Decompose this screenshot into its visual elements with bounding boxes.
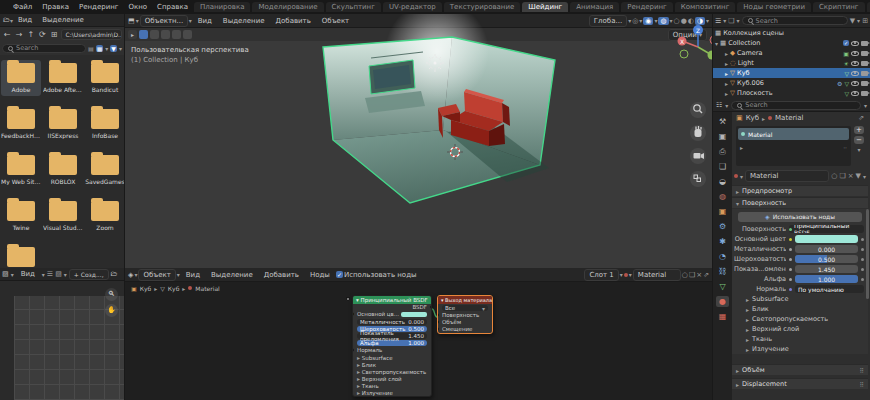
ie-menu-view[interactable]: Вид xyxy=(16,270,40,278)
alpha-slider[interactable]: 1.000 xyxy=(795,275,858,283)
tab-uv-editing[interactable]: UV-редактор xyxy=(383,2,442,12)
tab-output[interactable]: ⎙ xyxy=(716,146,729,157)
properties-scrollbar[interactable] xyxy=(866,209,869,299)
se-menu-node[interactable]: Ноды xyxy=(305,271,335,279)
tab-tool[interactable]: ⚒ xyxy=(716,116,729,127)
node-header[interactable]: ▾ Выход материала xyxy=(438,296,492,304)
normal-dropdown[interactable]: По умолчанию xyxy=(795,285,864,293)
new-folder-button[interactable]: ⊞ xyxy=(49,30,60,39)
socket-displacement[interactable] xyxy=(438,327,439,331)
folder-item[interactable]: ROBLOX xyxy=(43,155,83,185)
parent-button[interactable]: ↑ xyxy=(25,30,36,39)
tab-texture[interactable]: ▦ xyxy=(716,311,729,322)
tab-scripting[interactable]: Скриптинг xyxy=(813,2,865,12)
eye-icon[interactable] xyxy=(851,51,859,56)
socket-bsdf-out[interactable] xyxy=(430,305,431,309)
node-section[interactable]: ▸ Subsurface xyxy=(353,354,431,361)
node-material-output[interactable]: ▾ Выход материала Все▾ Поверхность Объём… xyxy=(437,295,493,334)
keyframe-dot[interactable] xyxy=(861,248,864,251)
editor-type-icon[interactable]: ☰ xyxy=(715,17,721,25)
folder-item[interactable]: Visual Studi... xyxy=(43,201,83,231)
fb-search-input[interactable]: Search xyxy=(2,44,86,53)
row-scene-collection[interactable]: ▦ Коллекция сцены xyxy=(713,28,870,38)
folder-item[interactable]: Adobe xyxy=(1,60,41,96)
render-visibility-icon[interactable] xyxy=(861,61,868,66)
section-transmission[interactable]: ▸Светопропускаемость xyxy=(732,314,868,324)
tab-view-layer[interactable]: ❏ xyxy=(716,161,729,172)
filter-icon[interactable]: ▼ xyxy=(856,172,861,180)
fb-menu-select[interactable]: Выделение xyxy=(37,16,89,24)
tab-layout[interactable]: Планировка xyxy=(194,2,251,12)
node-field-metallic[interactable]: Металличность0.000 xyxy=(357,319,427,325)
tab-object[interactable]: ▣ xyxy=(716,206,729,217)
base-color-swatch[interactable] xyxy=(795,235,858,243)
keyframe-dot[interactable] xyxy=(861,268,864,271)
node-section[interactable]: ▸ Блик xyxy=(353,361,431,368)
se-menu-view[interactable]: Вид xyxy=(181,271,205,279)
menu-render[interactable]: Рендеринг xyxy=(74,3,124,11)
editor-type-icon[interactable]: 🗁 xyxy=(3,16,10,24)
filter-funnel-icon[interactable]: ▼ xyxy=(110,45,117,52)
eye-icon[interactable] xyxy=(851,81,859,86)
metallic-slider[interactable]: 0.000 xyxy=(795,245,858,253)
add-slot-button[interactable]: + xyxy=(854,126,864,134)
row-collection[interactable]: ▾▦ Collection ✓ xyxy=(713,38,870,48)
tab-constraints[interactable]: ⛓ xyxy=(716,266,729,277)
section-specular[interactable]: ▸Блик xyxy=(732,304,868,314)
material-selector[interactable]: Material xyxy=(633,269,681,281)
tab-particles[interactable]: ✱ xyxy=(716,236,729,247)
display-mode-chevron[interactable]: ▾ xyxy=(105,45,108,52)
tab-modeling[interactable]: Моделирование xyxy=(252,2,323,12)
tab-scene[interactable]: ◒ xyxy=(716,176,729,187)
new-material-icon[interactable]: ❏ xyxy=(689,271,695,279)
zoom-button[interactable]: 🔍︎ xyxy=(105,288,118,301)
render-visibility-icon[interactable] xyxy=(861,81,868,86)
section-sheen[interactable]: ▸Ткань xyxy=(732,334,868,344)
panel-surface[interactable]: ▾Поверхность xyxy=(732,197,868,208)
node-header[interactable]: ▾ Принципиальный BSDF xyxy=(353,296,431,304)
eye-icon[interactable] xyxy=(851,41,859,46)
folder-item[interactable]: SavedGames xyxy=(85,155,125,185)
keyframe-dot[interactable] xyxy=(861,258,864,261)
output-target-dropdown[interactable]: Все▾ xyxy=(442,305,488,311)
back-button[interactable]: ← xyxy=(2,30,13,39)
display-grid-icon[interactable]: ▦ xyxy=(96,45,104,52)
render-visibility-icon[interactable] xyxy=(861,41,868,46)
collection-checkbox[interactable]: ✓ xyxy=(843,40,849,46)
tab-physics[interactable]: ◔ xyxy=(716,251,729,262)
tab-rendering[interactable]: Рендеринг xyxy=(621,2,673,12)
new-collection-icon[interactable]: ⊞ xyxy=(862,17,868,25)
pan-button[interactable]: ✋ xyxy=(105,304,118,317)
section-emission[interactable]: ▸Излучение xyxy=(732,344,868,354)
tab-render[interactable]: ▣ xyxy=(716,131,729,142)
folder-item[interactable]: Adobe After ... xyxy=(43,63,83,93)
folder-item[interactable]: Zoom xyxy=(85,201,125,231)
section-subsurface[interactable]: ▸Subsurface xyxy=(732,294,868,304)
render-visibility-icon[interactable] xyxy=(861,51,868,56)
duplicate-icon[interactable]: ❏ xyxy=(839,172,845,180)
node-section[interactable]: ▸ Верхний слой xyxy=(353,375,431,382)
tab-world[interactable]: ◍ xyxy=(716,191,729,202)
editor-type-icon[interactable]: ▨ xyxy=(2,270,9,278)
row-object-camera[interactable]: ▸◆ Camera ▣ xyxy=(713,48,870,58)
image-browse-icon[interactable]: ▨ xyxy=(55,270,62,278)
use-nodes-checkbox[interactable]: ✓ xyxy=(336,271,343,278)
panel-displacement[interactable]: ▸Displacement⠿ xyxy=(732,378,868,389)
path-field[interactable]: C:\Users\admin\D... xyxy=(61,29,122,40)
tab-texture-paint[interactable]: Текстурирование xyxy=(444,2,520,12)
socket-volume[interactable] xyxy=(438,320,439,324)
open-image-icon[interactable]: 🗁 xyxy=(111,270,118,278)
slot-specials-chevron[interactable]: ▾ xyxy=(857,146,860,153)
folder-item[interactable]: FeedbackHub xyxy=(1,109,41,139)
folder-item[interactable]: My Web Sites xyxy=(1,155,41,185)
row-object-cube006[interactable]: ▸▽ Куб.006 ⚙ ▽ xyxy=(713,78,870,88)
scene-render[interactable]: Z X xyxy=(125,14,712,268)
node-row-base-color[interactable]: Основной цв... xyxy=(353,311,431,318)
socket-base-color[interactable] xyxy=(353,312,354,316)
panel-volume[interactable]: ▸Объём⠿ xyxy=(732,364,868,375)
render-visibility-icon[interactable] xyxy=(861,71,868,76)
keyframe-dot[interactable] xyxy=(861,238,864,241)
tab-material[interactable]: ● xyxy=(716,296,729,307)
fake-user-icon[interactable]: ○ xyxy=(682,271,688,279)
roughness-slider[interactable]: 0.500 xyxy=(795,255,858,263)
